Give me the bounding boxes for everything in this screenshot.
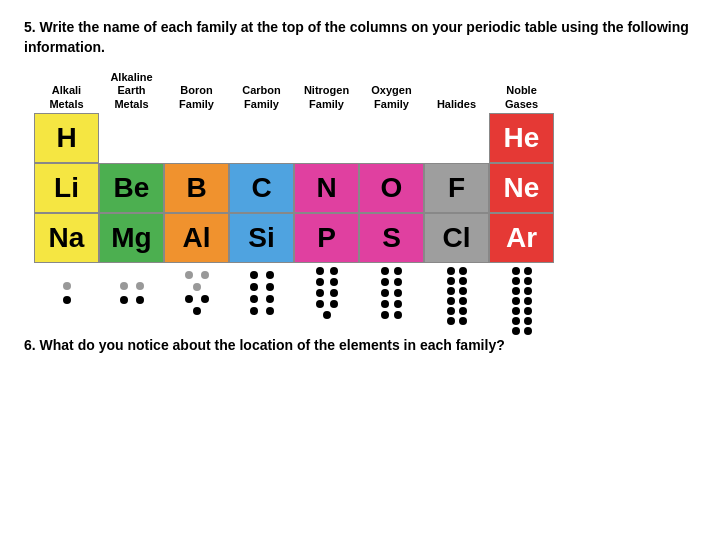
element-Si: Si [229, 213, 294, 263]
element-O: O [359, 163, 424, 213]
periodic-table-section: AlkaliMetals AlkalineEarthMetals BoronFa… [34, 71, 696, 319]
dots-carbon [229, 267, 294, 319]
periodic-table: H He Li Be B C N O F Ne [34, 113, 554, 263]
dots-oxygen [359, 267, 424, 319]
element-F: F [424, 163, 489, 213]
dots-alkali [34, 267, 99, 319]
dots-halides [424, 267, 489, 319]
label-noble: NobleGases [489, 84, 554, 110]
element-Li: Li [34, 163, 99, 213]
label-carbon: CarbonFamily [229, 84, 294, 110]
page-container: 5. Write the name of each family at the … [0, 0, 720, 367]
cell-empty-6 [424, 113, 489, 163]
element-H: H [34, 113, 99, 163]
element-N: N [294, 163, 359, 213]
cell-empty-5 [359, 113, 424, 163]
element-Na: Na [34, 213, 99, 263]
dots-boron [164, 267, 229, 319]
label-oxygen: OxygenFamily [359, 84, 424, 110]
element-Be: Be [99, 163, 164, 213]
label-alkaline: AlkalineEarthMetals [99, 71, 164, 111]
element-S: S [359, 213, 424, 263]
element-B: B [164, 163, 229, 213]
label-alkali: AlkaliMetals [34, 84, 99, 110]
cell-empty-4 [294, 113, 359, 163]
element-Ar: Ar [489, 213, 554, 263]
table-row-3: Na Mg Al Si P S Cl Ar [34, 213, 554, 263]
element-Cl: Cl [424, 213, 489, 263]
family-labels-row: AlkaliMetals AlkalineEarthMetals BoronFa… [34, 71, 554, 111]
table-row-1: H He [34, 113, 554, 163]
dots-nitrogen [294, 267, 359, 319]
label-nitrogen: NitrogenFamily [294, 84, 359, 110]
element-He: He [489, 113, 554, 163]
label-halides: Halides [424, 98, 489, 111]
question-1: 5. Write the name of each family at the … [24, 18, 696, 57]
label-boron: BoronFamily [164, 84, 229, 110]
element-C: C [229, 163, 294, 213]
element-Al: Al [164, 213, 229, 263]
dots-alkaline [99, 267, 164, 319]
question-2: 6. What do you notice about the location… [24, 337, 696, 353]
cell-empty-3 [229, 113, 294, 163]
element-Mg: Mg [99, 213, 164, 263]
element-Ne: Ne [489, 163, 554, 213]
cell-empty-2 [164, 113, 229, 163]
table-row-2: Li Be B C N O F Ne [34, 163, 554, 213]
electron-dots-row [34, 267, 554, 319]
dots-noble [489, 267, 554, 319]
element-P: P [294, 213, 359, 263]
cell-empty-1 [99, 113, 164, 163]
